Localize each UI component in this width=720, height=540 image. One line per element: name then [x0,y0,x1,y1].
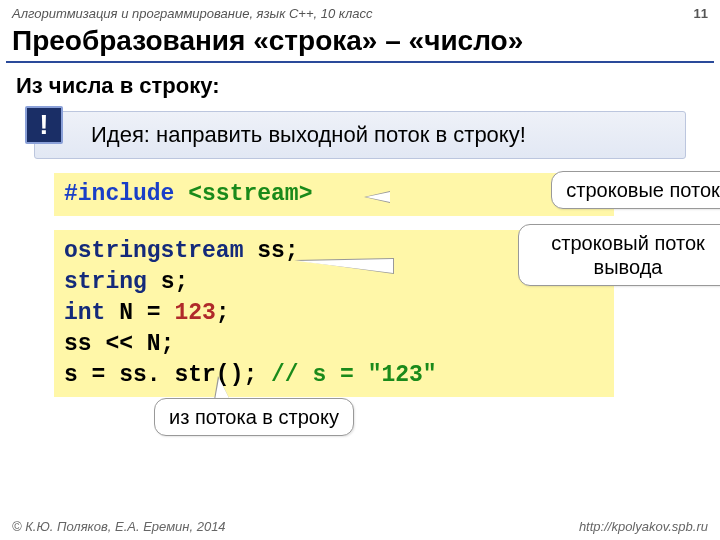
idea-text: Идея: направить выходной поток в строку! [91,122,526,147]
course-label: Алгоритмизация и программирование, язык … [12,6,372,21]
callout-output-stream: строковый поток вывода [518,224,720,286]
subtitle: Из числа в строку: [0,69,720,107]
idea-callout: ! Идея: направить выходной поток в строк… [34,111,686,159]
code-kw: int [64,300,105,326]
code-text: s; [147,269,188,295]
code-block-include: #include <sstream> строковые потоки [54,173,720,216]
footer-url: http://kpolyakov.spb.ru [579,519,708,534]
header: Алгоритмизация и программирование, язык … [0,0,720,23]
code-line: ss << N; [64,329,604,360]
code-block-main: ostringstream ss; string s; int N = 123;… [54,230,720,397]
callout-tail [294,258,394,274]
callout-tail [214,376,230,400]
code-text: ss; [243,238,298,264]
copyright: © К.Ю. Поляков, Е.А. Еремин, 2014 [12,519,226,534]
code-kw: string [64,269,147,295]
page-number: 11 [694,6,708,21]
footer: © К.Ю. Поляков, Е.А. Еремин, 2014 http:/… [0,519,720,534]
code-comment: // s = "123" [271,362,437,388]
callout-tail [364,191,390,203]
code-text: s = ss. str(); [64,362,271,388]
code-text: N = [105,300,174,326]
code-kw: ostringstream [64,238,243,264]
callout-to-string: из потока в строку [154,398,354,436]
exclaim-icon: ! [25,106,63,144]
callout-streams: строковые потоки [551,171,720,209]
code-header: <sstream> [188,181,312,207]
code-kw: #include [64,181,174,207]
code-text: ; [216,300,230,326]
title-rule [6,61,714,63]
page-title: Преобразования «строка» – «число» [0,23,720,61]
code-number: 123 [174,300,215,326]
